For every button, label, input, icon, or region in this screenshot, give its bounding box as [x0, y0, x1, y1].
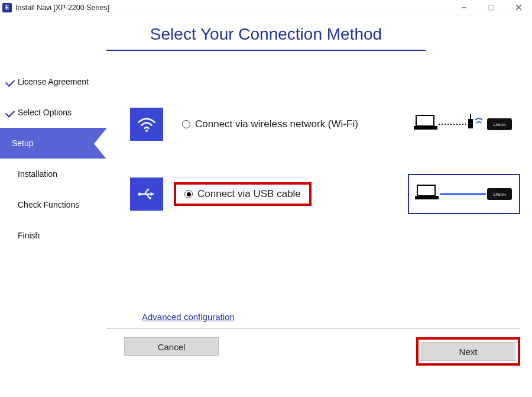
wifi-icon — [130, 108, 163, 141]
window-title: Install Navi [XP-2200 Series] — [15, 4, 109, 12]
sidebar: License Agreement Select Options Setup I… — [0, 51, 106, 370]
svg-point-4 — [145, 130, 148, 132]
illustration-usb: EPSON — [408, 174, 520, 214]
next-button[interactable]: Next — [421, 342, 515, 361]
option-wifi-row[interactable]: Connect via wireless network (Wi-Fi) — [130, 104, 520, 144]
svg-point-15 — [147, 189, 149, 191]
step-installation: Installation — [0, 159, 106, 189]
step-select-options: Select Options — [0, 97, 106, 128]
step-label: Check Functions — [18, 200, 79, 209]
bottom-rule — [106, 328, 520, 329]
button-bar: Cancel Next — [106, 337, 520, 366]
step-setup: Setup — [0, 128, 106, 159]
step-label: License Agreement — [18, 77, 89, 86]
advanced-configuration-link[interactable]: Advanced configuration — [142, 312, 235, 322]
svg-rect-20 — [415, 196, 439, 199]
step-license-agreement: License Agreement — [0, 66, 106, 97]
step-label: Setup — [12, 138, 34, 148]
radio-wifi-indicator — [182, 120, 190, 128]
radio-usb-label: Connect via USB cable — [197, 188, 301, 200]
illustration-wifi: EPSON — [408, 104, 520, 144]
option-usb-row[interactable]: Connect via USB cable EPSON — [130, 174, 520, 214]
page-title: Select Your Connection Method — [0, 25, 532, 44]
svg-rect-1 — [489, 5, 494, 10]
svg-rect-6 — [414, 126, 437, 130]
svg-marker-18 — [151, 192, 154, 196]
svg-rect-8 — [468, 119, 473, 128]
radio-usb[interactable]: Connect via USB cable — [174, 182, 312, 206]
step-label: Select Options — [18, 108, 72, 117]
maximize-button — [478, 0, 505, 15]
next-button-highlight: Next — [416, 337, 520, 366]
content-pane: Connect via wireless network (Wi-Fi) — [106, 51, 532, 370]
radio-wifi-label: Connect via wireless network (Wi-Fi) — [195, 118, 358, 130]
radio-usb-indicator — [184, 190, 193, 198]
usb-icon — [130, 177, 163, 211]
cancel-button[interactable]: Cancel — [124, 337, 219, 356]
step-check-functions: Check Functions — [0, 189, 106, 220]
svg-text:EPSON: EPSON — [493, 123, 505, 127]
step-label: Installation — [18, 169, 57, 179]
svg-text:EPSON: EPSON — [493, 193, 505, 196]
svg-rect-17 — [149, 197, 151, 199]
app-icon: E — [2, 3, 12, 12]
svg-rect-19 — [417, 185, 435, 196]
step-finish: Finish — [0, 220, 106, 251]
close-button[interactable] — [505, 0, 532, 15]
step-label: Finish — [18, 231, 40, 240]
svg-rect-5 — [416, 115, 434, 126]
titlebar: E Install Navi [XP-2200 Series] — [0, 0, 532, 15]
radio-wifi[interactable]: Connect via wireless network (Wi-Fi) — [174, 112, 366, 136]
minimize-button[interactable] — [450, 0, 478, 15]
window-controls — [450, 0, 532, 15]
